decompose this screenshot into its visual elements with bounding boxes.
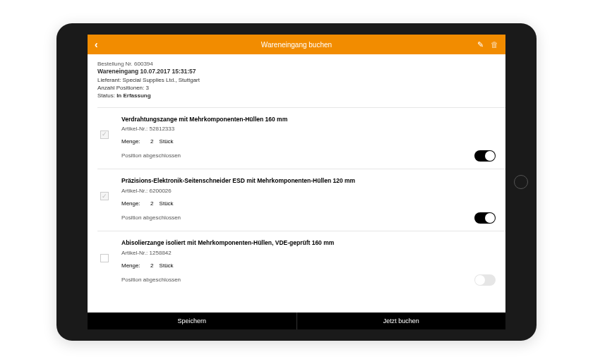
article-label: Artikel-Nr.: <box>121 188 148 194</box>
qty-unit: Stück <box>160 200 174 207</box>
line-item: ✓ Verdrahtungszange mit Mehrkomponenten-… <box>88 108 505 169</box>
edit-icon[interactable]: ✎ <box>477 40 484 49</box>
app-screen: ‹ Wareneingang buchen ✎ 🗑 Bestellung Nr.… <box>88 35 505 329</box>
position-closed-label: Position abgeschlossen <box>121 152 181 160</box>
status-label: Status: <box>97 92 115 99</box>
position-closed-toggle[interactable] <box>474 212 496 224</box>
qty-value: 2 <box>150 138 153 146</box>
item-name: Abisolierzange isoliert mit Mehrkomponen… <box>121 238 496 248</box>
app-header: ‹ Wareneingang buchen ✎ 🗑 <box>88 35 505 54</box>
item-name: Verdrahtungszange mit Mehrkomponenten-Hü… <box>121 115 496 124</box>
order-meta: Bestellung Nr. 600394 Wareneingang 10.07… <box>88 54 505 107</box>
article-number: 6200026 <box>150 188 172 194</box>
supplier-label: Lieferant: <box>97 77 121 83</box>
row-checkbox[interactable]: ✓ <box>100 254 109 262</box>
tablet-frame: ‹ Wareneingang buchen ✎ 🗑 Bestellung Nr.… <box>56 23 537 341</box>
home-button[interactable] <box>514 175 528 189</box>
qty-value: 2 <box>150 200 153 208</box>
line-item: ✓ Abisolierzange isoliert mit Mehrkompon… <box>88 231 505 293</box>
status-value: In Erfassung <box>116 92 150 99</box>
supplier-value: Special Supplies Ltd., Stuttgart <box>123 77 200 83</box>
position-closed-toggle[interactable] <box>474 274 496 286</box>
qty-unit: Stück <box>160 138 174 145</box>
footer-bar: Speichern Jetzt buchen <box>88 313 505 329</box>
qty-label: Menge: <box>121 138 140 145</box>
order-number: 600394 <box>134 61 153 67</box>
back-icon[interactable]: ‹ <box>95 39 98 50</box>
position-closed-label: Position abgeschlossen <box>121 276 181 284</box>
line-item: ✓ Präzisions-Elektronik-Seitenschneider … <box>88 169 505 231</box>
position-closed-label: Position abgeschlossen <box>121 214 181 222</box>
article-label: Artikel-Nr.: <box>121 126 148 132</box>
article-number: 52812333 <box>150 126 175 132</box>
page-title: Wareneingang buchen <box>261 41 332 49</box>
save-button[interactable]: Speichern <box>88 313 296 329</box>
positions-label: Anzahl Positionen: <box>97 85 144 91</box>
row-checkbox[interactable]: ✓ <box>100 192 109 200</box>
qty-label: Menge: <box>121 200 140 207</box>
qty-label: Menge: <box>121 262 140 269</box>
article-number: 1258842 <box>150 250 172 256</box>
item-name: Präzisions-Elektronik-Seitenschneider ES… <box>121 176 496 186</box>
row-checkbox[interactable]: ✓ <box>100 131 109 139</box>
position-closed-toggle[interactable] <box>474 150 496 162</box>
delete-icon[interactable]: 🗑 <box>491 40 498 49</box>
qty-value: 2 <box>150 262 153 270</box>
book-now-button[interactable]: Jetzt buchen <box>297 313 506 329</box>
receipt-title: Wareneingang 10.07.2017 15:31:57 <box>97 68 496 76</box>
order-label: Bestellung Nr. <box>97 61 133 67</box>
qty-unit: Stück <box>160 262 174 269</box>
article-label: Artikel-Nr.: <box>121 250 148 256</box>
positions-value: 3 <box>146 85 149 91</box>
